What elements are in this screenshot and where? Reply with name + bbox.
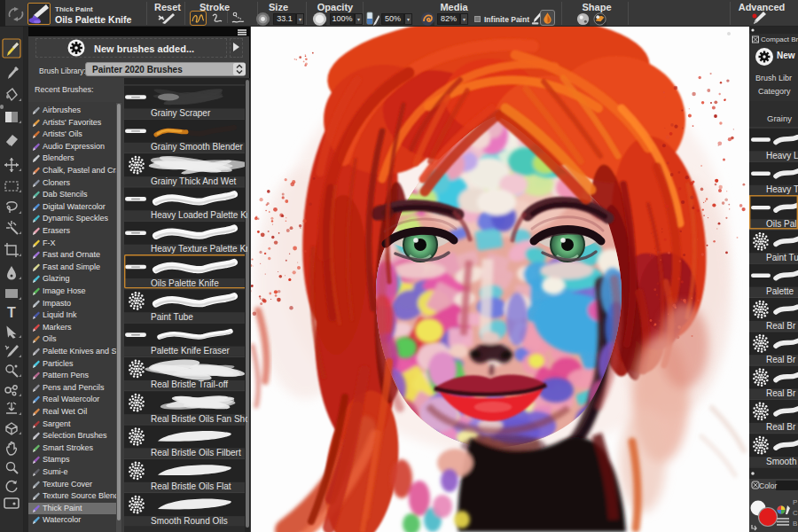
svg-text:T: T — [7, 305, 16, 320]
